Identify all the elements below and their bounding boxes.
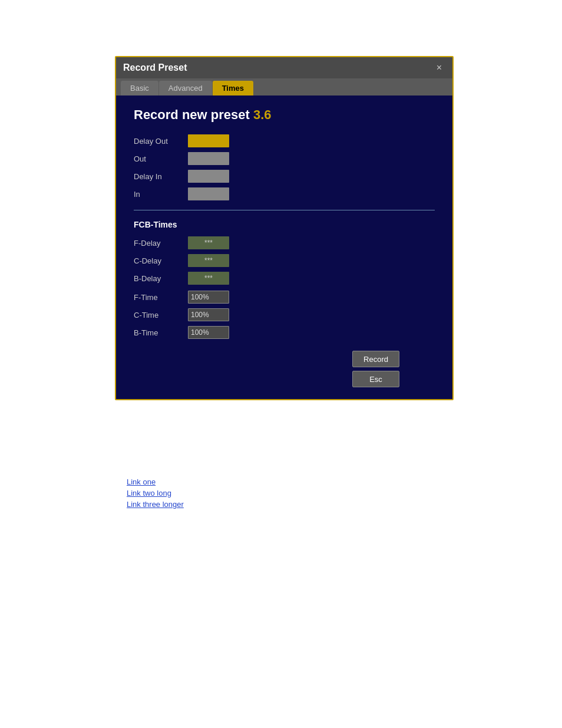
field-delay-out: Delay Out: [134, 134, 435, 147]
label-b-time: B-Time: [134, 328, 181, 337]
label-b-delay: B-Delay: [134, 274, 181, 283]
record-button[interactable]: Record: [352, 351, 399, 367]
field-c-delay: C-Delay: [134, 254, 435, 267]
label-delay-out: Delay Out: [134, 137, 181, 146]
top-fields: Delay Out Out Delay In In: [134, 134, 435, 200]
input-f-time[interactable]: [188, 291, 229, 304]
preset-number: 3.6: [253, 107, 272, 122]
links-area: Link one Link two long Link three longer: [127, 477, 184, 511]
field-in: In: [134, 187, 435, 200]
input-c-time[interactable]: [188, 308, 229, 321]
input-out[interactable]: [188, 152, 229, 165]
field-b-delay: B-Delay: [134, 272, 435, 285]
esc-button[interactable]: Esc: [352, 371, 399, 387]
field-f-time: F-Time: [134, 291, 435, 304]
label-in: In: [134, 190, 181, 199]
field-out: Out: [134, 152, 435, 165]
record-preset-dialog: Record Preset × Basic Advanced Times Rec…: [115, 56, 454, 400]
fcb-section: FCB-Times F-Delay C-Delay B-Delay F-Time: [134, 220, 435, 339]
input-f-delay[interactable]: [188, 236, 229, 249]
preset-heading: Record new preset 3.6: [134, 107, 435, 123]
section-divider: [134, 210, 435, 210]
button-row: Record Esc: [134, 351, 435, 387]
fcb-title: FCB-Times: [134, 220, 435, 229]
label-f-time: F-Time: [134, 293, 181, 302]
title-bar: Record Preset ×: [116, 57, 452, 78]
tab-bar: Basic Advanced Times: [116, 78, 452, 95]
page-background: Record Preset × Basic Advanced Times Rec…: [0, 0, 562, 728]
dialog-title: Record Preset: [123, 62, 187, 73]
link-1[interactable]: Link one: [127, 477, 184, 486]
input-delay-out[interactable]: [188, 134, 229, 147]
tab-times[interactable]: Times: [213, 81, 253, 95]
input-b-delay[interactable]: [188, 272, 229, 285]
field-c-time: C-Time: [134, 308, 435, 321]
tab-advanced[interactable]: Advanced: [159, 81, 212, 95]
link-3[interactable]: Link three longer: [127, 500, 184, 509]
preset-heading-text: Record new preset: [134, 107, 253, 122]
label-c-delay: C-Delay: [134, 256, 181, 265]
field-delay-in: Delay In: [134, 170, 435, 183]
field-f-delay: F-Delay: [134, 236, 435, 249]
label-f-delay: F-Delay: [134, 239, 181, 248]
label-c-time: C-Time: [134, 311, 181, 319]
input-delay-in[interactable]: [188, 170, 229, 183]
label-delay-in: Delay In: [134, 172, 181, 181]
field-b-time: B-Time: [134, 326, 435, 339]
input-c-delay[interactable]: [188, 254, 229, 267]
label-out: Out: [134, 154, 181, 163]
input-b-time[interactable]: [188, 326, 229, 339]
dialog-content: Record new preset 3.6 Delay Out Out Dela…: [116, 95, 452, 399]
link-2[interactable]: Link two long: [127, 489, 184, 498]
tab-basic[interactable]: Basic: [121, 81, 158, 95]
close-button[interactable]: ×: [433, 62, 445, 74]
input-in[interactable]: [188, 187, 229, 200]
